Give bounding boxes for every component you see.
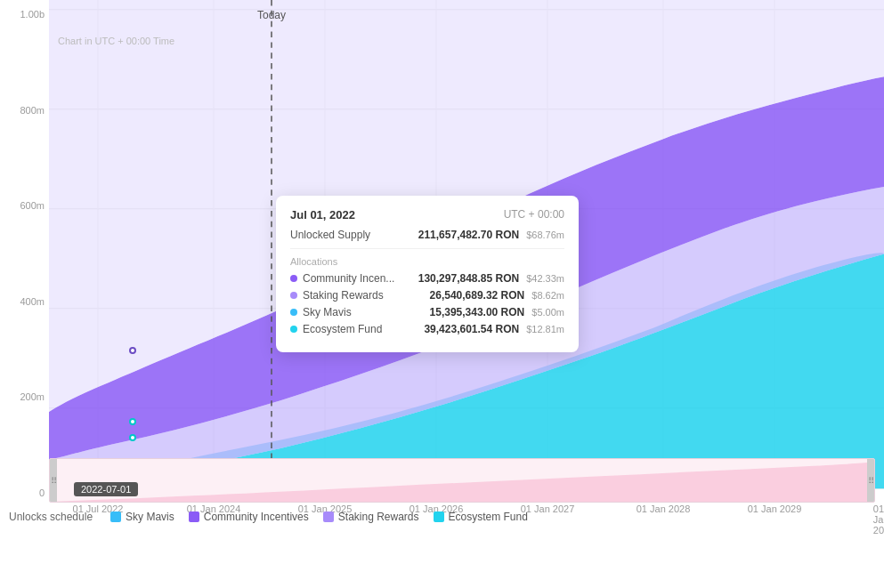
legend-color-swatch [189,511,199,522]
alloc-name: Community Incen... [303,272,394,285]
legend-color-swatch [323,511,334,522]
handle-right-icon: ⠿ [868,476,874,486]
alloc-name: Staking Rewards [303,289,384,302]
alloc-usd: $5.00m [531,307,564,318]
date-badge: 2022-07-01 [74,482,138,496]
tooltip-supply-label: Unlocked Supply [290,229,370,241]
alloc-ron: 130,297,848.85 RON [418,272,519,285]
chart-subtitle: Chart in UTC + 00:00 Time [58,36,174,46]
alloc-usd: $42.33m [526,273,564,284]
legend-item: Community Incentives [189,511,309,523]
tooltip-supply-row: Unlocked Supply 211,657,482.70 RON $68.7… [290,229,564,241]
legend-item-label: Ecosystem Fund [449,511,528,523]
y-label-600m: 600m [4,200,45,211]
tooltip-divider [290,248,564,249]
alloc-dot [290,326,297,333]
minimap-handle-right[interactable]: ⠿ [867,459,874,502]
crosshair-dot-teal-2 [129,434,136,441]
y-label-800m: 800m [4,105,45,116]
alloc-ron: 26,540,689.32 RON [430,289,525,302]
legend-item-label: Staking Rewards [338,511,419,523]
y-label-200m: 200m [4,391,45,402]
legend: Unlocks schedule Sky Mavis Community Inc… [0,503,884,530]
tooltip-allocations: Community Incen... 130,297,848.85 RON $4… [290,272,564,335]
legend-item: Sky Mavis [110,511,174,523]
crosshair-dot-purple [129,347,136,354]
legend-item-label: Sky Mavis [126,511,174,523]
handle-left-icon: ⠿ [51,476,57,486]
alloc-dot [290,309,297,316]
alloc-ron: 39,423,601.54 RON [424,323,519,335]
legend-color-swatch [110,511,121,522]
tooltip-date: Jul 01, 2022 [290,208,355,222]
y-axis: 1.00b 800m 600m 400m 200m 0 [0,0,49,498]
alloc-usd: $12.81m [526,324,564,334]
alloc-dot [290,275,297,282]
tooltip-timezone: UTC + 00:00 [504,208,564,222]
y-label-1b: 1.00b [4,9,45,20]
tooltip-supply-usd: $68.76m [526,230,564,240]
legend-item: Staking Rewards [323,511,419,523]
legend-item-label: Community Incentives [204,511,309,523]
legend-color-swatch [434,511,444,522]
legend-title: Unlocks schedule [9,511,93,523]
crosshair-dot-teal-1 [129,418,136,425]
tooltip-header: Jul 01, 2022 UTC + 00:00 [290,208,564,222]
alloc-name: Sky Mavis [303,306,352,318]
chart-container: 1.00b 800m 600m 400m 200m 0 Chart in UTC… [0,0,884,534]
alloc-name: Ecosystem Fund [303,323,382,335]
y-label-0: 0 [4,487,45,498]
tooltip-alloc-row: Ecosystem Fund 39,423,601.54 RON $12.81m [290,323,564,335]
tooltip-alloc-label: Allocations [290,256,564,267]
tooltip-supply-ron: 211,657,482.70 RON [418,229,519,241]
tooltip-supply-values: 211,657,482.70 RON $68.76m [418,229,564,241]
alloc-usd: $8.62m [531,290,564,301]
alloc-dot [290,292,297,299]
tooltip-alloc-row: Sky Mavis 15,395,343.00 RON $5.00m [290,306,564,318]
minimap-handle-left[interactable]: ⠿ [50,459,57,502]
tooltip-alloc-row: Staking Rewards 26,540,689.32 RON $8.62m [290,289,564,302]
minimap-svg [50,459,874,502]
legend-items: Sky Mavis Community Incentives Staking R… [110,511,528,523]
legend-item: Ecosystem Fund [434,511,528,523]
minimap[interactable]: ⠿ ⠿ [49,458,875,503]
alloc-ron: 15,395,343.00 RON [430,306,525,318]
y-label-400m: 400m [4,296,45,307]
tooltip-alloc-row: Community Incen... 130,297,848.85 RON $4… [290,272,564,285]
tooltip: Jul 01, 2022 UTC + 00:00 Unlocked Supply… [276,196,579,352]
today-label: Today [257,9,286,21]
